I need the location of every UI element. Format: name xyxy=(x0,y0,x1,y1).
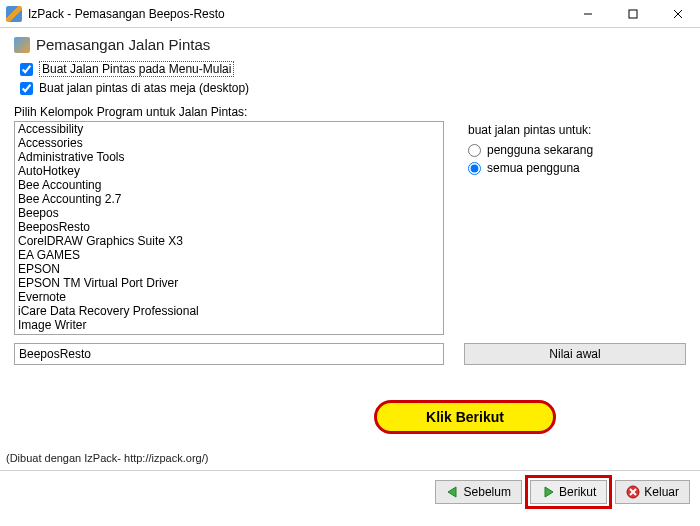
list-item[interactable]: Accessibility xyxy=(15,122,443,136)
program-group-label: Pilih Kelompok Program untuk Jalan Pinta… xyxy=(14,105,686,119)
window-title: IzPack - Pemasangan Beepos-Resto xyxy=(28,7,565,21)
radio-all-users[interactable]: semua pengguna xyxy=(468,161,686,175)
annotation-callout: Klik Berikut xyxy=(374,400,556,434)
checkbox-start-menu-label: Buat Jalan Pintas pada Menu-Mulai xyxy=(39,61,234,77)
svg-marker-4 xyxy=(448,487,456,497)
radio-current-user-input[interactable] xyxy=(468,144,481,157)
button-bar: Sebelum Berikut Keluar xyxy=(0,476,700,508)
list-item[interactable]: iCare Data Recovery Professional xyxy=(15,304,443,318)
next-button-label: Berikut xyxy=(559,485,596,499)
list-item[interactable]: BeeposResto xyxy=(15,220,443,234)
previous-button-label: Sebelum xyxy=(464,485,511,499)
list-item[interactable]: EA GAMES xyxy=(15,248,443,262)
svg-rect-1 xyxy=(629,10,637,18)
radio-all-users-input[interactable] xyxy=(468,162,481,175)
list-item[interactable]: AutoHotkey xyxy=(15,164,443,178)
checkbox-start-menu[interactable]: Buat Jalan Pintas pada Menu-Mulai xyxy=(20,61,686,77)
checkbox-desktop-input[interactable] xyxy=(20,82,33,95)
checkbox-desktop-label: Buat jalan pintas di atas meja (desktop) xyxy=(39,81,249,95)
quit-button[interactable]: Keluar xyxy=(615,480,690,504)
cancel-icon xyxy=(626,485,640,499)
footer-credit: (Dibuat dengan IzPack- http://izpack.org… xyxy=(6,452,208,464)
arrow-right-icon xyxy=(541,485,555,499)
close-button[interactable] xyxy=(655,0,700,28)
app-logo xyxy=(6,6,22,22)
quit-button-label: Keluar xyxy=(644,485,679,499)
previous-button[interactable]: Sebelum xyxy=(435,480,522,504)
list-item[interactable]: Evernote xyxy=(15,290,443,304)
list-item[interactable]: Beepos xyxy=(15,206,443,220)
radio-all-users-label: semua pengguna xyxy=(487,161,580,175)
maximize-button[interactable] xyxy=(610,0,655,28)
program-group-listbox[interactable]: AccessibilityAccessoriesAdministrative T… xyxy=(14,121,444,335)
annotation-callout-text: Klik Berikut xyxy=(426,409,504,425)
section-icon xyxy=(14,37,30,53)
next-button[interactable]: Berikut xyxy=(530,480,607,504)
list-item[interactable]: CorelDRAW Graphics Suite X3 xyxy=(15,234,443,248)
list-item[interactable]: Bee Accounting xyxy=(15,178,443,192)
program-group-input[interactable] xyxy=(14,343,444,365)
arrow-left-icon xyxy=(446,485,460,499)
checkbox-desktop[interactable]: Buat jalan pintas di atas meja (desktop) xyxy=(20,81,686,95)
list-item[interactable]: EPSON xyxy=(15,262,443,276)
list-item[interactable]: Image Writer xyxy=(15,318,443,332)
title-bar: IzPack - Pemasangan Beepos-Resto xyxy=(0,0,700,28)
shortcut-for-label: buat jalan pintas untuk: xyxy=(468,123,686,137)
list-item[interactable]: EPSON TM Virtual Port Driver xyxy=(15,276,443,290)
list-item[interactable]: Administrative Tools xyxy=(15,150,443,164)
list-item[interactable]: Accessories xyxy=(15,136,443,150)
reset-button[interactable]: Nilai awal xyxy=(464,343,686,365)
radio-current-user[interactable]: pengguna sekarang xyxy=(468,143,686,157)
svg-marker-5 xyxy=(545,487,553,497)
list-item[interactable]: Bee Accounting 2.7 xyxy=(15,192,443,206)
radio-current-user-label: pengguna sekarang xyxy=(487,143,593,157)
separator xyxy=(0,470,700,471)
minimize-button[interactable] xyxy=(565,0,610,28)
section-heading: Pemasangan Jalan Pintas xyxy=(36,36,210,53)
checkbox-start-menu-input[interactable] xyxy=(20,63,33,76)
